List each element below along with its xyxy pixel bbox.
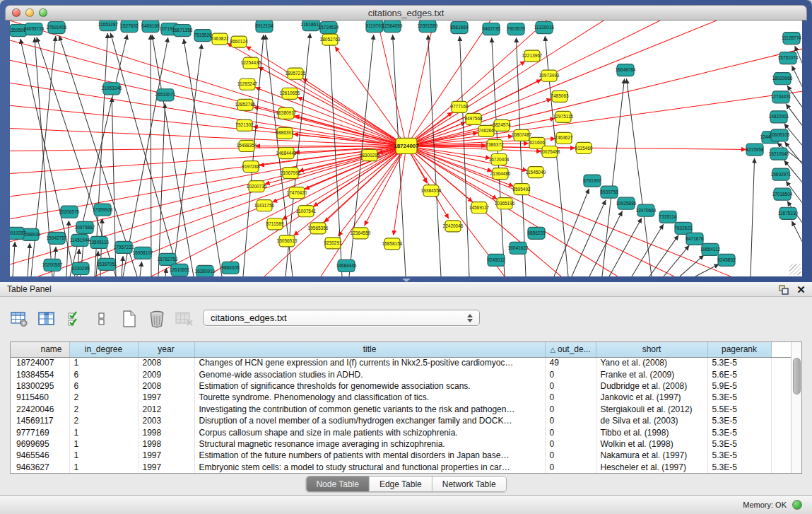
graph-node[interactable]: 13505115: [89, 236, 110, 248]
tab-edge-table[interactable]: Edge Table: [370, 477, 433, 491]
table-cell[interactable]: 5.3E-5: [707, 462, 771, 473]
table-cell[interactable]: 5.3E-5: [707, 438, 771, 450]
table-cell[interactable]: Jankovic et al. (1997): [596, 392, 707, 403]
column-header-short[interactable]: short: [596, 342, 707, 357]
table-cell[interactable]: 9115460: [11, 392, 69, 403]
tab-network-table[interactable]: Network Table: [433, 477, 506, 491]
graph-node[interactable]: 14822901: [769, 111, 789, 123]
table-cell[interactable]: Changes of HCN gene expression and I(f) …: [194, 357, 545, 368]
graph-node[interactable]: 10200587: [42, 259, 63, 271]
table-cell[interactable]: 5.5E-5: [707, 404, 771, 415]
graph-node[interactable]: 12364059: [382, 21, 403, 33]
graph-node[interactable]: 15724534: [319, 22, 339, 34]
table-cell[interactable]: 19384554: [11, 368, 69, 380]
table-row[interactable]: 911546021997Tourette syndrome. Phenomeno…: [11, 392, 791, 403]
memory-status-indicator[interactable]: [792, 500, 802, 510]
table-cell[interactable]: Investigating the contribution of common…: [194, 404, 545, 415]
table-cell[interactable]: 5.3E-5: [707, 415, 771, 426]
graph-node[interactable]: 7515526: [194, 30, 212, 42]
table-cell[interactable]: 0: [545, 380, 596, 392]
graph-node[interactable]: 9230291: [324, 238, 342, 249]
column-header-pagerank[interactable]: pagerank: [707, 342, 771, 357]
graph-node[interactable]: 9197268: [242, 161, 260, 173]
graph-node[interactable]: 21067998: [281, 168, 301, 179]
graph-node[interactable]: 18052763: [320, 34, 341, 45]
table-cell[interactable]: 9465546: [11, 450, 69, 461]
table-cell[interactable]: 9463627: [11, 462, 69, 473]
graph-node[interactable]: 17359928: [93, 204, 113, 216]
graph-node[interactable]: 11675330: [778, 207, 799, 219]
column-header-in-degree[interactable]: in_degree: [69, 342, 138, 357]
table-cell[interactable]: 1997: [138, 392, 194, 403]
table-header-row[interactable]: namein_degreeyeartitle△out_de...shortpag…: [11, 342, 791, 357]
graph-node[interactable]: 27691406: [47, 22, 67, 34]
graph-node[interactable]: 9119701: [366, 21, 384, 33]
graph-node[interactable]: 18929966: [772, 73, 793, 85]
graph-node[interactable]: 30975887: [75, 221, 95, 233]
table-cell[interactable]: 2003: [138, 415, 194, 426]
graph-node[interactable]: 15858154: [382, 238, 403, 250]
graph-node[interactable]: 9777169: [450, 101, 469, 112]
graph-node[interactable]: 8939758: [600, 186, 618, 198]
select-all-checks-icon[interactable]: [65, 310, 83, 328]
graph-node[interactable]: 9245852: [717, 254, 736, 266]
column-header-title[interactable]: title: [194, 342, 545, 357]
table-cell[interactable]: Genome-wide association studies in ADHD.: [194, 368, 545, 380]
table-cell[interactable]: Structural magnetic resonance image aver…: [194, 438, 545, 450]
graph-node[interactable]: 14684443: [276, 147, 297, 158]
table-cell[interactable]: Dudbridge et al. (2008): [596, 380, 707, 392]
graph-node[interactable]: 8595492: [512, 184, 531, 195]
graph-node[interactable]: 21053346: [102, 83, 122, 95]
table-cell[interactable]: Tibbo et al. (1998): [596, 426, 707, 438]
graph-node[interactable]: 15751074: [778, 52, 799, 64]
graph-node[interactable]: 14569117: [469, 202, 490, 214]
graph-node[interactable]: 11283247: [237, 78, 258, 90]
scrollbar-thumb[interactable]: [793, 358, 801, 395]
table-cell[interactable]: 1: [69, 462, 138, 473]
graph-node[interactable]: 16958107: [133, 247, 153, 259]
graph-node[interactable]: 6466160: [141, 21, 160, 33]
graph-node[interactable]: 16671358: [172, 25, 193, 37]
table-cell[interactable]: 22420046: [11, 404, 69, 415]
vertical-scrollbar[interactable]: [791, 342, 801, 473]
graph-node[interactable]: 16380917: [276, 107, 297, 119]
graph-node[interactable]: 9886220: [527, 227, 546, 239]
table-cell[interactable]: Corpus callosum shape and size in male p…: [194, 426, 545, 438]
graph-node[interactable]: 9115460: [575, 142, 593, 153]
graph-node[interactable]: 12364559: [351, 228, 371, 239]
graph-node[interactable]: 19565356: [308, 223, 329, 234]
graph-node[interactable]: 16041622: [508, 242, 529, 254]
graph-node[interactable]: 13919287: [10, 227, 26, 239]
graph-node[interactable]: 10025488: [540, 146, 560, 157]
graph-node[interactable]: 20206576: [59, 206, 80, 218]
table-row[interactable]: 946554611997Estimation of the future num…: [11, 450, 791, 461]
graph-node[interactable]: 11653287: [98, 21, 119, 31]
table-cell[interactable]: 2: [69, 415, 138, 426]
graph-node[interactable]: 10925886: [616, 197, 637, 209]
graph-hub-node[interactable]: 18724007: [394, 138, 419, 153]
graph-node[interactable]: 10608105: [770, 129, 790, 141]
graph-node[interactable]: 12213967: [522, 50, 543, 62]
table-cell[interactable]: 49: [545, 357, 596, 368]
graph-node[interactable]: 11128774: [782, 33, 801, 45]
graph-node[interactable]: 12470664: [636, 204, 657, 216]
graph-node[interactable]: 9245012: [487, 254, 505, 266]
graph-node[interactable]: 17016504: [772, 188, 793, 200]
table-cell[interactable]: 2: [69, 404, 138, 415]
table-cell[interactable]: Disruption of a novel member of a sodium…: [194, 415, 545, 426]
graph-node[interactable]: 18300295: [360, 150, 380, 161]
table-cell[interactable]: 2: [69, 392, 138, 403]
table-cell[interactable]: Nakamura et al. (1997): [596, 450, 707, 461]
table-selector-dropdown[interactable]: citations_edges.txt: [203, 310, 480, 326]
table-row[interactable]: 1830029562008Estimation of significance …: [11, 380, 791, 392]
graph-node[interactable]: 12975115: [553, 111, 574, 122]
table-cell[interactable]: 14569117: [11, 415, 69, 426]
table-cell[interactable]: Estimation of significance thresholds fo…: [194, 380, 545, 392]
graph-node[interactable]: 11329016: [534, 22, 555, 34]
graph-node[interactable]: 1527602: [120, 21, 139, 33]
graph-node[interactable]: 9886301: [276, 127, 294, 139]
graph-node[interactable]: 10200735: [247, 181, 267, 192]
table-cell[interactable]: Stergiakouli et al. (2012): [596, 404, 707, 415]
close-panel-icon[interactable]: ✕: [796, 284, 806, 295]
graph-node[interactable]: 12610655: [280, 88, 300, 99]
